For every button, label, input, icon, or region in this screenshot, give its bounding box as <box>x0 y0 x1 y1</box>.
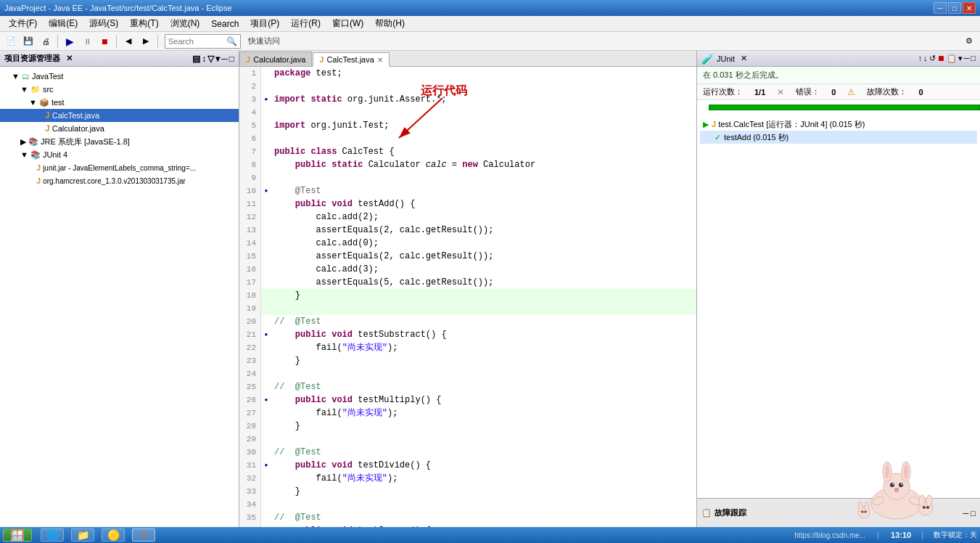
failures-icon: ⚠ <box>847 87 855 97</box>
folder-icon: 📁 <box>30 85 41 94</box>
junit-toolbar: ↑ ↓ ↺ ⏹ 📋 ▾ ─ □ <box>918 54 976 63</box>
save-button[interactable]: 💾 <box>20 33 36 49</box>
junit-suite-item[interactable]: ▶ J test.CalcTest [运行器：JUnit 4] (0.015 秒… <box>700 118 977 131</box>
taskbar-folder-button[interactable]: 📁 <box>71 528 94 542</box>
junit-history-icon[interactable]: 📋 <box>947 54 957 63</box>
close-button[interactable]: ✕ <box>963 2 976 14</box>
svg-point-18 <box>926 495 932 507</box>
svg-point-12 <box>901 483 902 485</box>
menu-edit[interactable]: 编辑(E) <box>43 16 83 31</box>
stop-button[interactable]: ⏹ <box>96 33 112 49</box>
errors-label: 错误： <box>796 86 820 97</box>
junit-up-icon[interactable]: ↑ <box>918 54 923 63</box>
menu-refactor[interactable]: 重构(T) <box>124 16 164 31</box>
maximize-panel-icon[interactable]: □ <box>229 54 234 64</box>
maximize-button[interactable]: □ <box>948 2 961 14</box>
tab-close-icon[interactable]: ✕ <box>377 56 383 64</box>
menu-project[interactable]: 项目(P) <box>244 16 285 31</box>
failures-label: 故障次数： <box>867 86 907 97</box>
minimize-panel-icon[interactable]: ─ <box>221 54 228 64</box>
sync-icon[interactable]: ↕ <box>202 54 206 64</box>
menu-source[interactable]: 源码(S) <box>83 16 124 31</box>
lib-icon: 📚 <box>30 150 41 160</box>
tree-label: test <box>52 98 65 107</box>
print-button[interactable]: 🖨 <box>38 33 54 49</box>
junit-maximize-icon[interactable]: □ <box>971 54 976 63</box>
tree-item-javatest[interactable]: ▼ 🗂 JavaTest <box>0 70 239 83</box>
tree-item-hamcrest[interactable]: J org.hamcrest.core_1.3.0.v201303031735.… <box>0 174 239 187</box>
lib-icon: 📚 <box>28 137 38 147</box>
junit-rerun-icon[interactable]: ↺ <box>929 54 936 63</box>
svg-point-20 <box>926 506 929 509</box>
menu-search[interactable]: Search <box>205 17 244 30</box>
tree-item-test-package[interactable]: ▼ 📦 test <box>0 96 239 109</box>
tree-item-calculator[interactable]: J Calculator.java <box>0 122 239 135</box>
code-line-30: 30 // @Test <box>239 446 696 459</box>
code-line-5: 5 import org.junit.Test; <box>239 119 696 132</box>
tree-label: JavaTest <box>32 72 63 81</box>
taskbar-eclipse-button[interactable]: ☀ <box>132 528 155 542</box>
filter-icon[interactable]: ▽ <box>207 54 214 64</box>
tree-item-junit-jar[interactable]: J junit.jar - JavaElementLabels_comma_st… <box>0 161 239 174</box>
minimize-button[interactable]: ─ <box>934 2 947 14</box>
bunny-svg <box>849 449 944 521</box>
debug-button[interactable]: ⏸ <box>79 33 95 49</box>
menu-window[interactable]: 窗口(W) <box>326 16 369 31</box>
tab-calculator[interactable]: J Calculator.java <box>239 52 312 66</box>
junit-file-icon: J <box>712 120 716 128</box>
failure-minimize-icon[interactable]: ─ <box>963 509 968 518</box>
search-box[interactable]: 🔍 <box>165 34 241 49</box>
tree-label: Calculator.java <box>52 124 104 133</box>
tab-calctest[interactable]: J CalcTest.java ✕ <box>313 52 390 67</box>
expand-icon: ▼ <box>29 98 37 107</box>
ie-icon: 🌐 <box>46 529 59 541</box>
menu-navigate[interactable]: 浏览(N) <box>165 16 206 31</box>
junit-status-text: 在 0.031 秒之后完成。 <box>703 70 783 79</box>
menu-run[interactable]: 运行(R) <box>285 16 326 31</box>
status-sep2: | <box>921 531 923 539</box>
toolbar: 📄 💾 🖨 ▶ ⏸ ⏹ ◀ ▶ 🔍 快速访问 ⚙ <box>0 32 980 51</box>
menu-file[interactable]: 文件(F) <box>3 16 43 31</box>
search-input[interactable] <box>168 37 226 46</box>
forward-button[interactable]: ▶ <box>138 33 154 49</box>
run-button[interactable]: ▶ <box>62 33 78 49</box>
new-button[interactable]: 📄 <box>3 33 19 49</box>
pe-close-icon[interactable]: ✕ <box>66 54 73 63</box>
taskbar-chrome-button[interactable]: 🟡 <box>102 528 125 542</box>
junit-testAdd-item[interactable]: ✓ testAdd (0.015 秒) <box>700 131 977 144</box>
junit-stop-icon[interactable]: ⏹ <box>937 54 945 63</box>
tree-item-junit4[interactable]: ▼ 📚 JUnit 4 <box>0 148 239 161</box>
taskbar-ie-button[interactable]: 🌐 <box>41 528 64 542</box>
test-pass-icon: ✓ <box>715 133 721 142</box>
code-line-12: 12 calc.add(2); <box>239 211 696 224</box>
editor-area: J Calculator.java J CalcTest.java ✕ 1 pa… <box>239 51 697 527</box>
junit-minimize-icon[interactable]: ─ <box>964 54 970 63</box>
project-icon: 🗂 <box>22 72 30 81</box>
svg-point-13 <box>894 488 899 491</box>
collapse-icon[interactable]: ▤ <box>192 54 200 64</box>
tree-item-jre[interactable]: ▶ 📚 JRE 系统库 [JavaSE-1.8] <box>0 135 239 148</box>
failure-maximize-icon[interactable]: □ <box>971 509 976 518</box>
start-button[interactable]: 🪟 <box>3 528 32 542</box>
svg-point-19 <box>923 506 926 509</box>
menu-icon[interactable]: ▾ <box>215 54 220 64</box>
junit-tree: ▶ J test.CalcTest [运行器：JUnit 4] (0.015 秒… <box>697 115 980 498</box>
settings-icon[interactable]: ⚙ <box>961 33 977 49</box>
quickaccess-label: 快速访问 <box>248 36 280 46</box>
code-line-18: 18 } <box>239 289 696 302</box>
code-line-28: 28 } <box>239 420 696 433</box>
code-line-32: 32 fail("尚未实现"); <box>239 472 696 485</box>
junit-close-icon[interactable]: ✕ <box>741 54 747 63</box>
code-line-13: 13 assertEquals(2, calc.getResult()); <box>239 224 696 237</box>
tree-item-src[interactable]: ▼ 📁 src <box>0 83 239 96</box>
code-editor[interactable]: 1 package test; 2 3 ● import static org.… <box>239 67 696 527</box>
menu-help[interactable]: 帮助(H) <box>369 16 411 31</box>
junit-menu-icon[interactable]: ▾ <box>958 54 963 63</box>
status-sep: | <box>877 531 879 539</box>
junit-down-icon[interactable]: ↓ <box>923 54 928 63</box>
back-button[interactable]: ◀ <box>120 33 136 49</box>
jar-icon: J <box>36 163 41 172</box>
expand-icon: ▼ <box>20 150 28 159</box>
tree-item-calctest[interactable]: J CalcTest.java <box>0 109 239 122</box>
runs-value: 1/1 <box>754 88 765 97</box>
